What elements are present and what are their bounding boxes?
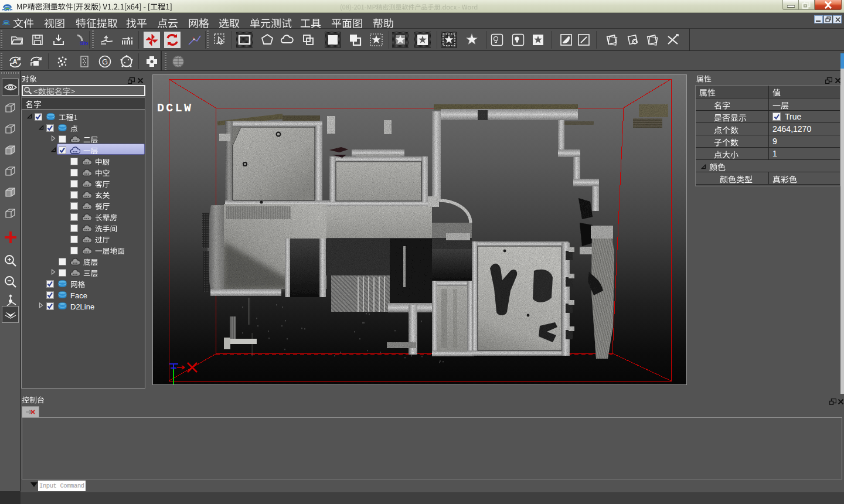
svg-text:A: A [13,58,18,65]
svg-text:G: G [102,57,108,66]
svg-text:Site: Site [80,40,88,46]
